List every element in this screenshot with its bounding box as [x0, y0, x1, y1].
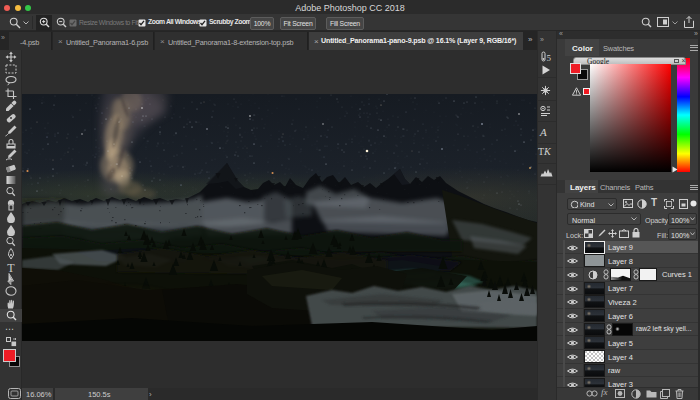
svg-text:T: T: [7, 261, 15, 273]
svg-text:5: 5: [547, 53, 552, 63]
